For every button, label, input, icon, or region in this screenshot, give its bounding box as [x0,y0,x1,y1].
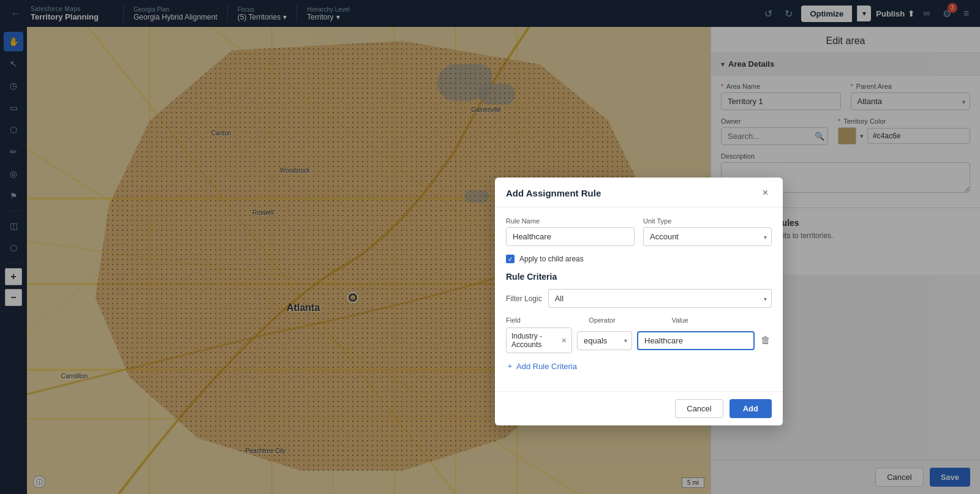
criteria-operator-select[interactable]: equals not equal to contains starts with [577,331,632,350]
field-header: Field [506,316,584,324]
filter-logic-label: Filter Logic [506,294,542,303]
criteria-operator-wrap: equals not equal to contains starts with… [577,331,632,350]
modal-cancel-button[interactable]: Cancel [675,399,723,418]
apply-child-row: ✓ Apply to child areas [506,255,772,263]
add-assignment-rule-modal: Add Assignment Rule × Rule Name Unit Typ… [495,178,783,425]
delete-header-spacer [755,316,772,324]
rule-criteria-title: Rule Criteria [506,272,772,282]
criteria-headers: Field Operator Value [506,316,772,324]
add-criteria-button[interactable]: ＋ Add Rule Criteria [506,361,577,372]
criteria-value-input[interactable] [637,331,755,350]
modal-header: Add Assignment Rule × [495,178,783,208]
modal-footer: Cancel Add [495,391,783,425]
modal-close-button[interactable]: × [759,186,772,200]
criteria-field-wrap: Industry - Accounts × [506,327,572,353]
modal-title: Add Assignment Rule [506,188,601,198]
filter-logic-select[interactable]: All Any Custom [548,289,772,308]
modal-name-type-row: Rule Name Unit Type Account Lead Opportu… [506,217,772,246]
filter-logic-select-wrap: All Any Custom ▾ [548,289,772,308]
rule-name-label: Rule Name [506,217,635,225]
modal-overlay: Add Assignment Rule × Rule Name Unit Typ… [0,0,980,494]
criteria-delete-button[interactable]: 🗑 [760,335,772,346]
value-header: Value [672,316,750,324]
rule-name-input[interactable] [506,227,635,246]
unit-type-select-wrap: Account Lead Opportunity Contact ▾ [643,227,772,246]
criteria-row: Industry - Accounts × equals not equal t… [506,327,772,353]
filter-logic-row: Filter Logic All Any Custom ▾ [506,289,772,308]
unit-type-group: Unit Type Account Lead Opportunity Conta… [643,217,772,246]
checkbox-check-icon: ✓ [508,256,513,263]
apply-child-label: Apply to child areas [519,255,584,263]
modal-add-button[interactable]: Add [729,399,772,418]
criteria-field-clear-button[interactable]: × [562,335,567,345]
modal-body: Rule Name Unit Type Account Lead Opportu… [495,208,783,391]
unit-type-select[interactable]: Account Lead Opportunity Contact [643,227,772,246]
operator-header: Operator [589,316,666,324]
add-criteria-label: Add Rule Criteria [516,362,577,371]
add-criteria-plus-icon: ＋ [506,361,514,372]
apply-child-checkbox[interactable]: ✓ [506,255,514,263]
unit-type-label: Unit Type [643,217,772,225]
rule-name-group: Rule Name [506,217,635,246]
criteria-field-value: Industry - Accounts [511,332,558,349]
